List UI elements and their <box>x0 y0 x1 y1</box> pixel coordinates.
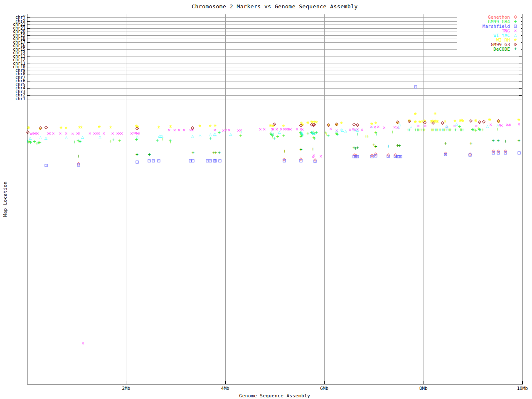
y-tick-left <box>27 74 30 74</box>
x-gridline <box>324 14 325 384</box>
y-tick-left <box>27 67 30 67</box>
y-tick-left <box>27 17 30 18</box>
marker-glyph: × <box>306 120 309 125</box>
y-tick-right <box>519 95 522 96</box>
marker-shape <box>218 160 221 163</box>
marker-glyph: × <box>296 127 298 132</box>
marker-glyph: × <box>259 127 262 132</box>
x-axis-title: Genome Sequence Assembly <box>27 393 522 399</box>
marker-glyph: △ <box>39 135 42 140</box>
marker-glyph: + <box>356 132 359 137</box>
marker-glyph: + <box>356 145 359 150</box>
marker-shape <box>414 86 417 89</box>
marker-shape <box>374 155 377 158</box>
marker-glyph: + <box>366 134 369 139</box>
x-tick <box>324 381 325 384</box>
chromosome-row-line <box>27 88 522 89</box>
marker-glyph: △ <box>135 135 138 139</box>
marker-glyph: × <box>111 131 114 136</box>
y-tick-left <box>27 25 30 25</box>
y-tick-right <box>519 71 522 71</box>
y-tick-left <box>27 81 30 81</box>
chromosome-row-line <box>27 71 522 71</box>
x-tick-label: 6Mb <box>312 386 337 391</box>
marker-glyph: + <box>449 128 452 133</box>
marker-glyph: + <box>398 143 401 148</box>
marker-shape <box>148 160 151 163</box>
legend-item-gm99_g3: GM99 G3 <box>457 42 521 47</box>
y-tick-left <box>27 39 30 39</box>
marker-glyph: × <box>224 128 227 133</box>
chromosome-row-line <box>27 35 522 36</box>
chromosome-row-line <box>27 25 522 25</box>
y-tick-right <box>519 81 522 81</box>
marker-glyph: × <box>383 125 386 130</box>
chromosome-row-line <box>27 85 522 85</box>
y-tick-right <box>519 85 522 85</box>
marker-glyph: × <box>436 119 439 124</box>
marker-glyph: + <box>504 139 507 144</box>
marker-glyph: × <box>414 111 417 116</box>
chromosome-row-line <box>27 64 522 64</box>
marker-glyph: × <box>282 123 285 128</box>
marker-shape <box>468 154 471 157</box>
marker-glyph: × <box>313 153 315 158</box>
marker-shape <box>399 155 402 158</box>
chromosome-row-line <box>27 32 522 32</box>
marker-glyph: × <box>500 123 503 128</box>
marker-glyph: × <box>239 128 242 133</box>
marker-glyph: × <box>349 127 352 132</box>
marker-glyph: × <box>289 127 292 132</box>
x-tick <box>126 381 126 384</box>
y-tick-right <box>519 88 522 89</box>
marker-glyph: + <box>214 150 217 155</box>
chart-canvas: Chromosome 2 Markers vs Genome Sequence … <box>0 0 532 399</box>
marker-shape <box>158 160 160 163</box>
marker-glyph: + <box>135 152 138 157</box>
marker-glyph: + <box>282 133 285 138</box>
marker-glyph: × <box>374 121 377 126</box>
y-tick-left <box>27 21 30 22</box>
marker-glyph: △ <box>81 135 84 139</box>
marker-glyph: × <box>78 131 81 136</box>
y-tick-left <box>27 78 30 78</box>
legend-item-label: DeCODE <box>493 47 510 52</box>
marker-glyph: △ <box>445 124 448 128</box>
y-tick-left <box>27 57 30 57</box>
marker-glyph: △ <box>214 133 217 137</box>
legend-item-tng: TNG× <box>457 29 521 33</box>
legend-item-wi_yac: WI YAC△ <box>457 33 521 38</box>
marker-glyph: × <box>393 125 396 130</box>
marker-glyph: × <box>177 128 180 133</box>
marker-glyph: △ <box>29 136 32 140</box>
y-tick-right <box>519 53 522 53</box>
marker-glyph: + <box>112 138 115 143</box>
marker-glyph: × <box>489 122 492 127</box>
marker-shape <box>356 155 359 158</box>
marker-glyph: × <box>514 28 517 33</box>
marker-glyph: + <box>118 138 121 143</box>
chromosome-row-line <box>27 57 522 57</box>
marker-glyph: △ <box>209 133 212 137</box>
marker-glyph: △ <box>270 131 273 135</box>
y-tick-right <box>519 99 522 99</box>
y-tick-right <box>519 64 522 64</box>
marker-glyph: × <box>453 118 456 123</box>
marker-shape <box>300 160 303 163</box>
marker-glyph: × <box>461 118 464 123</box>
y-tick-left <box>27 46 30 46</box>
marker-glyph: × <box>209 123 212 128</box>
chromosome-row-line <box>27 42 522 43</box>
marker-shape <box>45 164 48 167</box>
marker-shape <box>313 160 316 163</box>
legend-item-marshfield: Marshfield <box>457 24 521 29</box>
x-tick <box>424 381 424 384</box>
marker-glyph: × <box>370 121 373 126</box>
chromosome-row-line <box>27 28 522 29</box>
marker-shape <box>514 43 517 46</box>
marker-glyph: + <box>461 128 464 133</box>
y-tick-right <box>519 60 522 60</box>
marker-glyph: × <box>59 131 62 136</box>
marker-glyph: × <box>157 125 160 130</box>
marker-glyph: × <box>80 125 83 130</box>
